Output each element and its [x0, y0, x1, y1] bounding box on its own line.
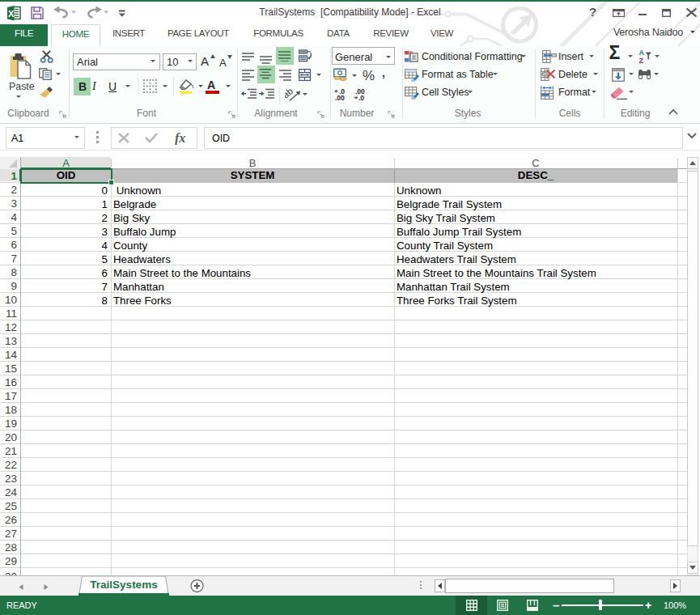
svg-text:.00: .00 — [335, 94, 345, 101]
svg-text:Z: Z — [639, 57, 644, 64]
svg-text:fx: fx — [175, 131, 185, 145]
svg-text:A: A — [639, 49, 645, 57]
svg-text:.0: .0 — [358, 94, 364, 101]
